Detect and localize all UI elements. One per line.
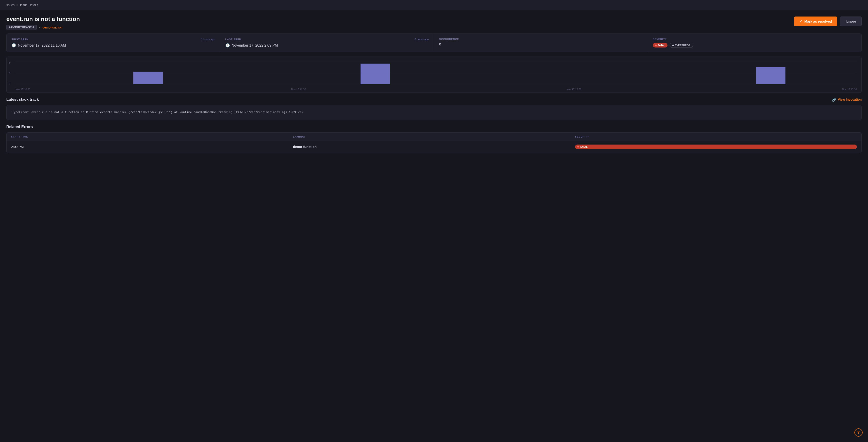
table-header-row: START TIME LAMBDA SEVERITY xyxy=(6,132,862,141)
table-cell-start-time: 2:09 PM xyxy=(11,145,293,149)
last-seen-value: 🕐 November 17, 2022 2:09 PM xyxy=(225,43,429,48)
clock-icon-last: 🕐 xyxy=(225,43,230,48)
first-seen-value: 🕐 November 17, 2022 11:16 AM xyxy=(11,43,215,48)
stat-occurrence-label-row: OCCURRENCE xyxy=(439,38,643,40)
external-link-icon: 🔗 xyxy=(832,97,836,102)
resolve-label: Mark as resolved xyxy=(804,20,832,23)
stat-last-seen-label-row: LAST SEEN 2 hours ago xyxy=(225,38,429,41)
clock-icon-first: 🕐 xyxy=(11,43,16,48)
chart-x-label-2: Nov 17 11:30 xyxy=(291,88,306,91)
chart-svg xyxy=(16,61,857,84)
region-tag: AP-NORTHEAST-1 xyxy=(6,25,37,30)
table-cell-lambda: demo-function xyxy=(293,145,575,149)
severity-label: SEVERITY xyxy=(653,38,667,40)
svg-rect-4 xyxy=(361,64,390,84)
related-errors-section: Related Errors START TIME LAMBDA SEVERIT… xyxy=(6,125,862,153)
issue-title-section: event.run is not a function AP-NORTHEAST… xyxy=(6,16,80,30)
resolve-button[interactable]: ✓ Mark as resolved xyxy=(794,17,837,26)
stat-first-seen: FIRST SEEN 5 hours ago 🕐 November 17, 20… xyxy=(6,34,220,52)
table-header-severity: SEVERITY xyxy=(575,135,857,138)
chart-y-label-4: 4 xyxy=(9,71,10,74)
chart-y-label-8: 8 xyxy=(9,61,10,64)
first-seen-ago: 5 hours ago xyxy=(201,38,215,41)
table-cell-severity: FATAL xyxy=(575,145,857,149)
stack-trace-title: Latest stack track xyxy=(6,97,39,102)
svg-rect-3 xyxy=(133,72,163,84)
view-invocation-label: View Invocation xyxy=(838,98,862,101)
issue-tags: AP-NORTHEAST-1 • demo-function xyxy=(6,25,80,30)
breadcrumb: Issues > Issue Details xyxy=(0,0,868,10)
stack-trace-header: Latest stack track 🔗 View Invocation xyxy=(6,97,862,102)
fatal-badge: FATAL xyxy=(653,43,668,48)
chart-area xyxy=(16,61,857,84)
stat-last-seen: LAST SEEN 2 hours ago 🕐 November 17, 202… xyxy=(220,34,434,52)
chart-y-labels: 8 4 0 xyxy=(9,61,10,84)
chart-y-label-0: 0 xyxy=(9,82,10,84)
help-icon-label: ? xyxy=(857,430,860,435)
main-content: event.run is not a function AP-NORTHEAST… xyxy=(0,10,868,163)
last-seen-date: November 17, 2022 2:09 PM xyxy=(232,43,278,48)
last-seen-ago: 2 hours ago xyxy=(414,38,429,41)
svg-rect-5 xyxy=(756,67,785,85)
typeerror-badge: TYPEERROR xyxy=(670,43,693,48)
occurrence-value: 5 xyxy=(439,43,643,48)
stat-severity-label-row: SEVERITY xyxy=(653,38,857,40)
table-row: 2:09 PM demo-function FATAL xyxy=(6,141,862,153)
related-errors-title: Related Errors xyxy=(6,125,862,129)
breadcrumb-current: Issue Details xyxy=(20,3,38,7)
severity-badges: FATAL TYPEERROR xyxy=(653,43,857,48)
view-invocation-button[interactable]: 🔗 View Invocation xyxy=(832,97,862,102)
last-seen-label: LAST SEEN xyxy=(225,38,241,41)
stack-trace-text: TypeError: event.run is not a function a… xyxy=(12,111,303,114)
breadcrumb-separator: > xyxy=(16,3,18,7)
stat-first-seen-label-row: FIRST SEEN 5 hours ago xyxy=(11,38,215,41)
help-button[interactable]: ? xyxy=(855,429,863,437)
stack-trace-box: TypeError: event.run is not a function a… xyxy=(6,105,862,120)
chart-x-label-1: Nov 17 10:30 xyxy=(16,88,30,91)
breadcrumb-parent[interactable]: Issues xyxy=(5,3,14,7)
tag-separator: • xyxy=(39,25,40,29)
chart-x-label-4: Nov 17 13:30 xyxy=(842,88,857,91)
stats-row: FIRST SEEN 5 hours ago 🕐 November 17, 20… xyxy=(6,33,862,52)
chart-x-label-3: Nov 17 12:30 xyxy=(567,88,581,91)
stack-trace-section: Latest stack track 🔗 View Invocation Typ… xyxy=(6,97,862,120)
table-header-lambda: LAMBDA xyxy=(293,135,575,138)
issue-title: event.run is not a function xyxy=(6,16,80,23)
first-seen-label: FIRST SEEN xyxy=(11,38,29,41)
table-fatal-badge: FATAL xyxy=(575,145,857,149)
stat-occurrence: OCCURRENCE 5 xyxy=(434,34,648,52)
checkmark-icon: ✓ xyxy=(800,19,802,24)
stat-severity: SEVERITY FATAL TYPEERROR xyxy=(648,34,862,52)
ignore-button[interactable]: Ignore xyxy=(840,17,862,26)
issue-header: event.run is not a function AP-NORTHEAST… xyxy=(6,16,862,30)
header-actions: ✓ Mark as resolved Ignore xyxy=(794,17,862,26)
function-tag: demo-function xyxy=(42,26,63,29)
chart-container: 8 4 0 Nov 17 10:30 Nov 17 11:30 Nov 17 1… xyxy=(6,57,862,93)
related-errors-table: START TIME LAMBDA SEVERITY 2:09 PM demo-… xyxy=(6,132,862,153)
table-header-start-time: START TIME xyxy=(11,135,293,138)
occurrence-label: OCCURRENCE xyxy=(439,38,459,40)
chart-x-labels: Nov 17 10:30 Nov 17 11:30 Nov 17 12:30 N… xyxy=(16,88,857,91)
first-seen-date: November 17, 2022 11:16 AM xyxy=(18,43,66,48)
